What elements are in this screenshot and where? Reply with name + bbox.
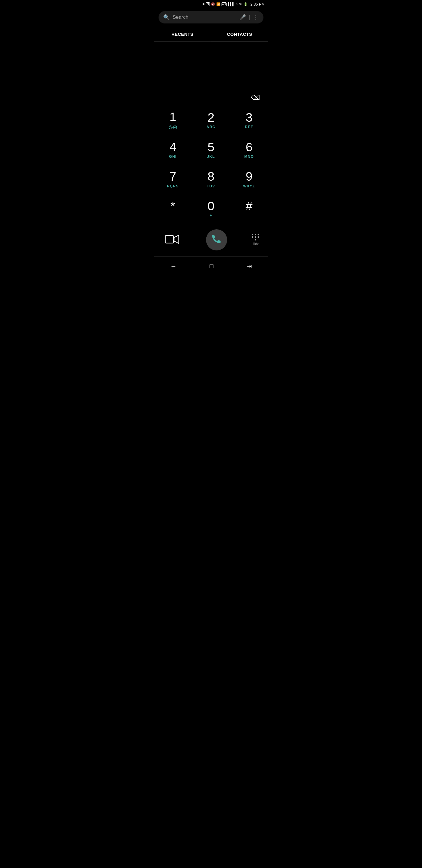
dialpad-key-8[interactable]: 8 TUV bbox=[192, 164, 230, 194]
status-bar: ∗ N 🔇 📶 4G ▌▌▌ 66% 🔋 2:35 PM bbox=[154, 0, 268, 8]
hide-label: Hide bbox=[252, 242, 259, 246]
video-call-icon bbox=[165, 234, 179, 245]
key-2-number: 2 bbox=[207, 111, 214, 124]
navigation-bar: ← □ ⇥ bbox=[154, 256, 268, 275]
hide-dialpad-button[interactable]: Hide bbox=[252, 234, 259, 246]
clock: 2:35 PM bbox=[251, 2, 265, 6]
dialpad-key-0[interactable]: 0 + bbox=[192, 194, 230, 223]
video-call-button[interactable] bbox=[163, 232, 182, 248]
dialpad-key-7[interactable]: 7 PQRS bbox=[154, 164, 192, 194]
dialpad-grid: 1 ◎◎ 2 ABC 3 DEF 4 GHI 5 JKL 6 MNO 7 bbox=[154, 105, 268, 226]
more-options-icon[interactable]: ⋮ bbox=[253, 14, 259, 21]
mic-icon[interactable]: 🎤 bbox=[239, 14, 246, 21]
phone-icon bbox=[211, 234, 222, 246]
dialpad-key-hash[interactable]: # bbox=[230, 194, 268, 223]
key-star-number: * bbox=[170, 199, 175, 213]
search-bar-container: 🔍 Search 🎤 | ⋮ bbox=[154, 8, 268, 28]
dialpad-key-1[interactable]: 1 ◎◎ bbox=[154, 105, 192, 135]
key-9-number: 9 bbox=[246, 170, 252, 183]
search-icon: 🔍 bbox=[163, 14, 170, 21]
key-0-number: 0 bbox=[207, 199, 214, 213]
back-button[interactable]: ← bbox=[164, 261, 183, 272]
dialpad-key-3[interactable]: 3 DEF bbox=[230, 105, 268, 135]
key-6-letters: MNO bbox=[245, 155, 254, 159]
mute-icon: 🔇 bbox=[211, 2, 215, 6]
key-4-number: 4 bbox=[169, 141, 176, 154]
dialpad-key-5[interactable]: 5 JKL bbox=[192, 135, 230, 164]
key-7-letters: PQRS bbox=[167, 184, 179, 189]
svg-rect-0 bbox=[165, 236, 173, 243]
key-8-letters: TUV bbox=[207, 184, 216, 189]
bluetooth-icon: ∗ bbox=[202, 2, 205, 6]
key-7-number: 7 bbox=[169, 170, 176, 183]
key-3-letters: DEF bbox=[245, 125, 254, 130]
tab-recents[interactable]: RECENTS bbox=[154, 28, 211, 41]
dialpad-key-6[interactable]: 6 MNO bbox=[230, 135, 268, 164]
search-bar[interactable]: 🔍 Search 🎤 | ⋮ bbox=[159, 11, 263, 24]
dialpad-dots-icon bbox=[252, 234, 259, 241]
battery-icon: 🔋 bbox=[244, 2, 248, 6]
dialpad-key-2[interactable]: 2 ABC bbox=[192, 105, 230, 135]
search-placeholder: Search bbox=[173, 14, 236, 20]
key-hash-number: # bbox=[246, 199, 252, 213]
divider: | bbox=[249, 14, 250, 21]
status-icons: ∗ N 🔇 📶 4G ▌▌▌ 66% 🔋 2:35 PM bbox=[202, 2, 265, 6]
key-9-letters: WXYZ bbox=[243, 184, 255, 189]
call-button[interactable] bbox=[206, 229, 227, 250]
backspace-row: ⌫ bbox=[154, 89, 268, 105]
key-2-letters: ABC bbox=[206, 125, 216, 130]
key-5-number: 5 bbox=[207, 141, 214, 154]
tabs-container: RECENTS CONTACTS bbox=[154, 28, 268, 42]
key-1-letters: ◎◎ bbox=[168, 124, 177, 130]
key-1-number: 1 bbox=[169, 110, 176, 124]
dialpad-key-9[interactable]: 9 WXYZ bbox=[230, 164, 268, 194]
signal-icon: ▌▌▌ bbox=[228, 2, 234, 6]
key-3-number: 3 bbox=[246, 111, 252, 124]
wifi-icon: 📶 bbox=[216, 2, 220, 6]
key-6-number: 6 bbox=[246, 141, 252, 154]
key-4-letters: GHI bbox=[169, 155, 177, 159]
dialpad-key-star[interactable]: * bbox=[154, 194, 192, 223]
battery-percent: 66% bbox=[236, 2, 242, 6]
tab-contacts[interactable]: CONTACTS bbox=[211, 28, 268, 41]
lte-icon: 4G bbox=[222, 2, 227, 6]
action-row: Hide bbox=[154, 226, 268, 256]
key-0-letters: + bbox=[210, 214, 213, 218]
dialpad-section: ⌫ 1 ◎◎ 2 ABC 3 DEF 4 GHI 5 JKL 6 bbox=[154, 89, 268, 256]
recents-empty-area bbox=[154, 42, 268, 89]
svg-marker-1 bbox=[174, 235, 179, 243]
dialpad-key-4[interactable]: 4 GHI bbox=[154, 135, 192, 164]
key-8-number: 8 bbox=[207, 170, 214, 183]
backspace-button[interactable]: ⌫ bbox=[249, 92, 262, 104]
home-button[interactable]: □ bbox=[204, 261, 219, 272]
recent-apps-button[interactable]: ⇥ bbox=[240, 261, 258, 272]
nfc-icon: N bbox=[206, 2, 210, 6]
key-5-letters: JKL bbox=[207, 155, 215, 159]
